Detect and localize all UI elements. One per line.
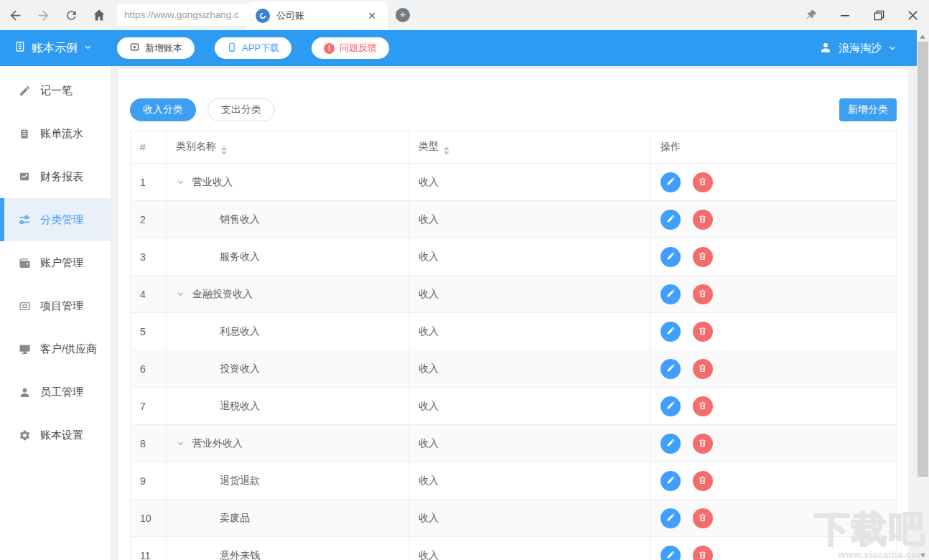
edit-button[interactable]	[660, 210, 681, 230]
ledger-selector[interactable]: 账本示例	[14, 41, 93, 56]
edit-pencil-icon	[666, 513, 676, 524]
sort-icon[interactable]	[444, 146, 449, 155]
sidebar-item-categories[interactable]: 分类管理	[0, 198, 111, 241]
home-icon[interactable]	[90, 6, 108, 24]
tab-expense-categories[interactable]: 支出分类	[207, 98, 275, 121]
table-row: 2 销售收入 收入	[131, 201, 897, 238]
main-content: 收入分类 支出分类 新增分类 # 类别名称 类型 操作 1 营业收入 收入	[111, 66, 917, 560]
content-card: 收入分类 支出分类 新增分类 # 类别名称 类型 操作 1 营业收入 收入	[118, 69, 908, 560]
sidebar-item-accounts[interactable]: 账户管理	[0, 241, 111, 284]
forward-arrow-icon[interactable]	[34, 6, 52, 24]
sidebar-item-settings[interactable]: 账本设置	[0, 414, 111, 457]
browser-toolbar: https://www.gongsizhang.c 公司账 ✕ +	[0, 0, 929, 30]
sidebar-item-reports[interactable]: 财务报表	[0, 155, 111, 198]
add-category-button[interactable]: 新增分类	[839, 98, 897, 121]
edit-button[interactable]	[660, 434, 681, 454]
table-row: 7 退税收入 收入	[131, 388, 897, 425]
app-download-button[interactable]: APP下载	[215, 37, 291, 59]
edit-button[interactable]	[660, 284, 681, 304]
col-type: 类型	[409, 131, 651, 164]
gear-icon	[18, 429, 31, 442]
categories-table: # 类别名称 类型 操作 1 营业收入 收入	[130, 131, 897, 560]
edit-pencil-icon	[666, 177, 676, 188]
add-ledger-icon	[129, 42, 140, 55]
delete-button[interactable]	[693, 434, 713, 454]
table-row: 1 营业收入 收入	[131, 164, 897, 201]
sort-icon[interactable]	[221, 146, 227, 155]
ledger-book-icon	[14, 41, 26, 55]
trash-icon	[698, 438, 707, 449]
delete-button[interactable]	[693, 284, 713, 304]
address-bar[interactable]: https://www.gongsizhang.c	[117, 4, 248, 26]
delete-button[interactable]	[693, 172, 713, 192]
employee-person-icon	[18, 386, 31, 398]
edit-pencil-icon	[666, 550, 676, 560]
col-index: #	[131, 131, 167, 164]
edit-pencil-icon	[666, 363, 676, 375]
edit-button[interactable]	[660, 396, 681, 416]
edit-pencil-icon	[666, 438, 676, 449]
delete-button[interactable]	[693, 359, 713, 379]
edit-button[interactable]	[660, 508, 681, 528]
sidebar-item-record[interactable]: 记一笔	[0, 69, 111, 112]
edit-button[interactable]	[660, 359, 681, 379]
tab-income-categories[interactable]: 收入分类	[130, 98, 196, 121]
table-row: 4 金融投资收入 收入	[131, 276, 897, 313]
scrollbar-down-arrow-icon[interactable]	[920, 553, 925, 557]
delete-button[interactable]	[693, 546, 713, 560]
customer-monitor-icon	[18, 342, 31, 355]
chevron-down-icon	[83, 42, 93, 55]
edit-button[interactable]	[660, 172, 681, 192]
sidebar-item-projects[interactable]: 项目管理	[0, 284, 111, 327]
scrollbar-up-arrow-icon[interactable]	[920, 34, 925, 39]
sidebar-item-employees[interactable]: 员工管理	[0, 370, 111, 414]
browser-tab[interactable]: 公司账 ✕	[247, 1, 388, 30]
report-chart-icon	[18, 170, 31, 183]
scrollbar[interactable]	[917, 30, 929, 560]
edit-button[interactable]	[660, 471, 681, 491]
feedback-button[interactable]: ! 问题反馈	[312, 37, 389, 59]
delete-button[interactable]	[693, 508, 713, 528]
restore-icon[interactable]	[871, 7, 887, 23]
new-tab-icon[interactable]: +	[396, 8, 410, 22]
back-arrow-icon[interactable]	[6, 6, 24, 24]
sidebar-item-bills[interactable]: 账单流水	[0, 112, 111, 155]
close-icon[interactable]	[905, 7, 920, 23]
favicon-icon	[256, 9, 270, 23]
tab-close-icon[interactable]: ✕	[365, 9, 379, 23]
minimize-icon[interactable]	[837, 7, 853, 23]
sidebar-item-customers[interactable]: 客户/供应商	[0, 327, 111, 370]
refresh-icon[interactable]	[62, 6, 80, 24]
edit-pencil-icon	[666, 401, 676, 412]
username: 浪海淘沙	[839, 42, 882, 55]
edit-button[interactable]	[660, 247, 681, 267]
add-ledger-button[interactable]: 新增账本	[117, 37, 195, 59]
pencil-icon	[18, 84, 31, 97]
table-row: 3 服务收入 收入	[131, 238, 897, 276]
chevron-down-icon[interactable]	[177, 290, 185, 298]
edit-button[interactable]	[660, 322, 681, 342]
delete-button[interactable]	[693, 471, 713, 491]
sidebar: 记一笔 账单流水 财务报表 分类管理 账户管理 项目管理 客户/供应商 员工管理…	[0, 66, 111, 560]
table-row: 11 意外来钱 收入	[131, 537, 897, 560]
chevron-down-icon[interactable]	[177, 178, 185, 186]
tab-title: 公司账	[276, 9, 365, 22]
delete-button[interactable]	[693, 247, 713, 267]
trash-icon	[698, 401, 707, 412]
chevron-down-icon[interactable]	[177, 439, 185, 447]
bill-list-icon	[18, 127, 31, 140]
user-menu[interactable]: 浪海淘沙	[819, 41, 897, 56]
delete-button[interactable]	[693, 396, 713, 416]
trash-icon	[698, 363, 707, 375]
table-row: 10 卖废品 收入	[131, 500, 897, 537]
chevron-down-icon	[888, 42, 897, 55]
scrollbar-thumb[interactable]	[918, 42, 928, 477]
delete-button[interactable]	[693, 322, 713, 342]
trash-icon	[698, 475, 707, 487]
ledger-name: 账本示例	[32, 41, 78, 56]
edit-pencil-icon	[666, 475, 676, 487]
delete-button[interactable]	[693, 210, 713, 230]
pin-icon[interactable]	[803, 7, 819, 23]
app-header: 账本示例 新增账本 APP下载 ! 问题反馈 浪海淘沙	[0, 30, 917, 66]
edit-button[interactable]	[660, 546, 681, 560]
